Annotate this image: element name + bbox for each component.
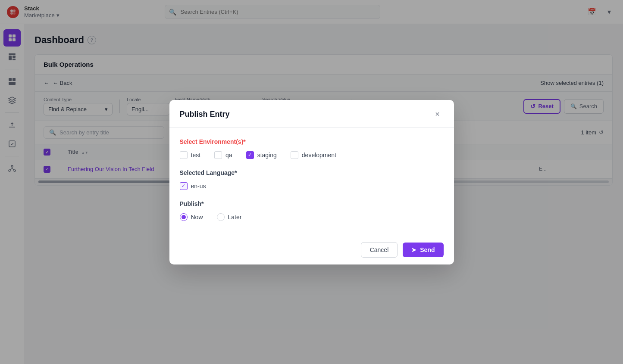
env-test[interactable]: test (180, 151, 201, 159)
env-test-checkbox[interactable] (180, 151, 188, 159)
publish-section: Publish* Now Later (180, 200, 444, 221)
modal-overlay[interactable]: Publish Entry × Select Environment(s)* t… (0, 0, 623, 364)
env-section-label: Select Environment(s)* (180, 138, 444, 145)
modal-footer: Cancel ➤ Send (169, 235, 454, 264)
modal-header: Publish Entry × (169, 100, 454, 128)
publish-now-radio[interactable] (180, 213, 188, 221)
modal-body: Select Environment(s)* test qa staging (169, 128, 454, 235)
publish-later-radio[interactable] (217, 213, 225, 221)
publish-now[interactable]: Now (180, 213, 203, 221)
lang-section-label: Selected Language* (180, 169, 444, 176)
publish-options: Now Later (180, 213, 444, 221)
publish-section-label: Publish* (180, 200, 444, 207)
env-qa[interactable]: qa (214, 151, 232, 159)
close-icon: × (435, 110, 440, 119)
publish-later[interactable]: Later (217, 213, 242, 221)
cancel-button[interactable]: Cancel (361, 242, 398, 258)
env-development-checkbox[interactable] (291, 151, 298, 159)
send-icon: ➤ (411, 246, 416, 253)
language-section: Selected Language* en-us (180, 169, 444, 190)
env-qa-checkbox[interactable] (214, 151, 222, 159)
publish-entry-modal: Publish Entry × Select Environment(s)* t… (169, 100, 454, 264)
environment-options: test qa staging development (180, 151, 444, 159)
modal-title: Publish Entry (180, 110, 230, 119)
modal-close-button[interactable]: × (432, 109, 444, 121)
env-development[interactable]: development (291, 151, 336, 159)
env-staging[interactable]: staging (246, 151, 277, 159)
lang-en-us-checkbox[interactable] (180, 182, 188, 190)
send-button[interactable]: ➤ Send (403, 243, 443, 257)
lang-en-us[interactable]: en-us (180, 182, 444, 190)
env-staging-checkbox[interactable] (246, 151, 254, 159)
